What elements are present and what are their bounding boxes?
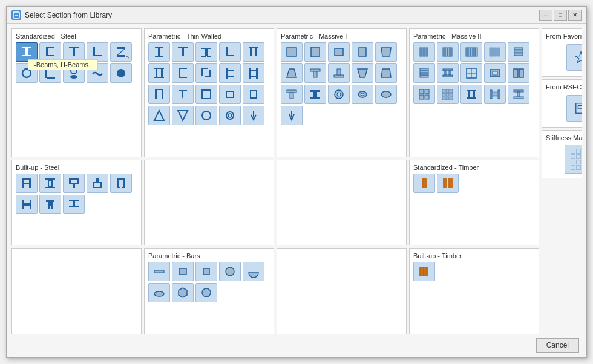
pb-flat-oval-icon[interactable] [148,283,170,302]
pm2-vert-bars3-icon[interactable] [460,42,482,62]
svg-rect-70 [334,75,344,77]
ptw-inverted-icon[interactable] [172,85,194,104]
bu-i1-icon[interactable] [16,174,38,193]
pm2-box1-icon[interactable] [484,63,506,83]
ptw-i-icon[interactable] [148,42,170,62]
cancel-button[interactable]: Cancel [536,338,579,353]
svg-rect-8 [69,47,79,48]
close-button[interactable]: ✕ [568,10,582,21]
pipe-icon[interactable] [110,63,132,83]
pm1-oval-icon[interactable] [375,85,397,104]
stiffness-matrix-icon[interactable] [565,145,582,174]
pm1-rect3-icon[interactable] [328,42,350,62]
pm2-horiz-bars-icon[interactable] [508,42,529,62]
pm1-x-icon[interactable] [328,85,350,104]
pm1-inv-trap-icon[interactable] [352,63,373,83]
timber-rect-icon[interactable] [413,174,435,193]
svg-rect-177 [48,206,50,209]
pm1-rect2-icon[interactable] [304,42,326,62]
ptw-rect-icon[interactable] [195,85,217,104]
rsection-icon[interactable] [566,95,582,122]
pb-solid-circle-icon[interactable] [195,283,217,302]
ptw-c-icon[interactable] [172,63,194,83]
pm2-t-bars-icon[interactable] [437,63,459,83]
pm1-arrow2-icon[interactable] [281,106,303,125]
pm2-grid2-icon[interactable] [413,85,435,104]
favorite-star-icon[interactable] [566,44,582,71]
pm1-inv-trap2-icon[interactable] [375,63,397,83]
ptw-tt-icon[interactable] [243,42,264,62]
pb-circle-icon[interactable] [219,262,241,281]
pm1-rect1-icon[interactable] [281,42,303,62]
pb-square-icon[interactable] [195,262,217,281]
ptw-bracket2-icon[interactable] [243,63,264,83]
ptw-triangle-icon[interactable] [148,106,170,125]
svg-rect-144 [22,178,31,180]
pm2-double-i-icon[interactable] [460,85,482,104]
pm2-grid3-icon[interactable] [437,85,459,104]
pm1-inv-t-icon[interactable] [281,85,303,104]
pm1-x2-icon[interactable] [352,85,373,104]
pb-flat-icon[interactable] [148,262,170,281]
pm2-vert-bars2-icon[interactable] [437,42,459,62]
ptw-tt2-icon[interactable] [148,63,170,83]
ptw-bracket3-icon[interactable] [148,85,170,104]
from-favorite-box: From Favorite List [542,28,582,77]
ptw-t-icon[interactable] [172,42,194,62]
bu-cross-icon[interactable] [39,195,61,214]
pm1-t-solid-icon[interactable] [304,63,326,83]
svg-rect-94 [490,48,491,56]
svg-rect-15 [47,77,55,79]
ptw-circle-icon[interactable] [195,106,217,125]
bu-h-icon[interactable] [16,195,38,214]
svg-rect-137 [492,92,498,93]
svg-rect-106 [420,76,428,77]
standardized-steel-title: Standardized - Steel [16,33,137,40]
svg-rect-167 [117,180,119,187]
ptw-z-icon[interactable] [195,63,217,83]
pm2-h-bars-icon[interactable] [508,85,529,104]
pm2-box2-icon[interactable] [508,63,529,83]
svg-point-12 [22,69,31,77]
ptw-inv-tri-icon[interactable] [172,106,194,125]
window-title: Select Section from Library [25,11,539,19]
ptw-rect3-icon[interactable] [243,85,264,104]
z-section-icon[interactable]: ↖ [110,42,132,62]
pm2-many-bars-icon[interactable] [484,42,506,62]
svg-rect-176 [48,202,53,206]
svg-rect-100 [514,48,523,50]
maximize-button[interactable]: □ [554,10,567,21]
timber-multi-icon[interactable] [413,262,435,281]
pm1-rect4-icon[interactable] [352,42,373,62]
pm1-trap1-icon[interactable] [375,42,397,62]
pb-half-circle-icon[interactable] [243,262,264,281]
svg-rect-168 [123,180,125,187]
ptw-arrow-icon[interactable] [243,106,264,125]
pm1-t-solid2-icon[interactable] [328,63,350,83]
ptw-bracket-icon[interactable] [219,63,241,83]
svg-rect-54 [256,68,258,79]
svg-rect-110 [449,71,451,75]
pb-hex-icon[interactable] [172,283,194,302]
bu-i2-icon[interactable] [39,174,61,193]
minimize-button[interactable]: ─ [539,10,552,21]
pm2-grid-icon[interactable] [460,63,482,83]
pb-rect-icon[interactable] [172,262,194,281]
bu-inv-icon[interactable] [87,174,108,193]
ptw-t2-icon[interactable] [195,42,217,62]
pm1-i-solid-icon[interactable] [304,85,326,104]
pm1-trap2-icon[interactable] [281,63,303,83]
svg-rect-84 [426,48,428,56]
bu-t-icon[interactable] [63,174,85,193]
svg-rect-20 [158,48,160,56]
ptw-rect2-icon[interactable] [219,85,241,104]
pm2-ladder-icon[interactable] [484,85,506,104]
timber-double-icon[interactable] [437,174,459,193]
ptw-circle2-icon[interactable] [219,106,241,125]
ptw-l-icon[interactable] [219,42,241,62]
pm2-vert-bars-icon[interactable] [413,42,435,62]
pm2-horiz-bars2-icon[interactable] [413,63,435,83]
bu-t2-icon[interactable] [63,195,85,214]
svg-rect-26 [201,56,206,57]
bu-rail1-icon[interactable] [110,174,132,193]
